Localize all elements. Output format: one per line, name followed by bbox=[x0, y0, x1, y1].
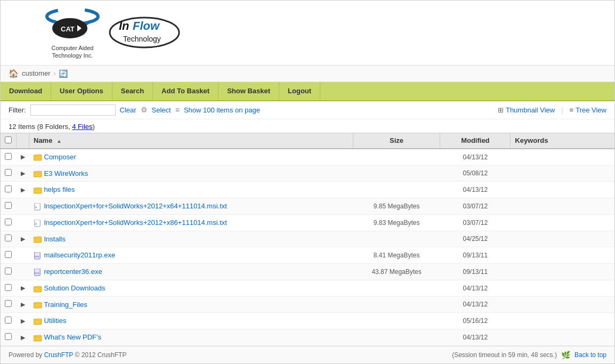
view-options: ⊞ Thumbnail View | ≡ Tree View bbox=[498, 106, 606, 114]
row-checkbox[interactable] bbox=[5, 185, 12, 192]
nav-download[interactable]: Download bbox=[1, 82, 51, 100]
breadcrumb: 🏠 customer › 🔄 bbox=[1, 66, 614, 82]
svg-rect-22 bbox=[34, 319, 42, 325]
table-row: ▶ Composer04/13/12 bbox=[1, 149, 614, 165]
expand-icon[interactable]: ▶ bbox=[21, 318, 25, 324]
folder-icon bbox=[34, 334, 42, 342]
folder-icon bbox=[34, 187, 42, 194]
nav-show-basket[interactable]: Show Basket bbox=[219, 82, 279, 100]
file-name-link[interactable]: InspectionXpert+for+SolidWorks+2012+x86+… bbox=[44, 219, 227, 227]
svg-text:Technology: Technology bbox=[123, 35, 161, 43]
expand-icon[interactable]: ▶ bbox=[21, 301, 25, 308]
row-checkbox[interactable] bbox=[5, 284, 12, 291]
table-row: ▶ What's New PDF's04/13/12 bbox=[1, 329, 614, 346]
folder-icon bbox=[34, 301, 42, 309]
tree-icon: ≡ bbox=[570, 106, 574, 114]
row-checkbox[interactable] bbox=[5, 234, 12, 241]
file-name-link[interactable]: helps files bbox=[44, 185, 75, 193]
file-name-link[interactable]: Training_Files bbox=[44, 301, 87, 309]
txt-file-icon: A bbox=[34, 220, 42, 227]
file-keywords bbox=[511, 313, 614, 329]
cat-logo: CAT Computer Aided Technology Inc. bbox=[43, 6, 102, 60]
row-checkbox[interactable] bbox=[5, 202, 12, 209]
col-keywords-header: Keywords bbox=[511, 133, 614, 149]
expand-icon[interactable]: ▶ bbox=[21, 334, 25, 341]
row-checkbox[interactable] bbox=[5, 300, 12, 307]
svg-text:A: A bbox=[35, 205, 37, 208]
folder-icon bbox=[34, 236, 42, 243]
col-modified-header[interactable]: Modified bbox=[440, 133, 511, 149]
file-size bbox=[353, 182, 440, 198]
table-row: ▶ Installs04/25/12 bbox=[1, 231, 614, 247]
file-keywords bbox=[511, 182, 614, 198]
breadcrumb-customer[interactable]: customer bbox=[22, 69, 50, 77]
nav-logout[interactable]: Logout bbox=[279, 82, 320, 100]
row-checkbox[interactable] bbox=[5, 169, 12, 176]
expand-icon[interactable]: ▶ bbox=[21, 285, 25, 291]
refresh-icon[interactable]: 🔄 bbox=[59, 69, 68, 78]
file-name-link[interactable]: Solution Downloads bbox=[44, 284, 106, 292]
show-items-link[interactable]: Show 100 items on page bbox=[184, 106, 260, 114]
file-modified: 03/07/12 bbox=[440, 198, 511, 215]
file-keywords bbox=[511, 165, 614, 182]
table-row: EXE reportcenter36.exe43.87 MegaBytes09/… bbox=[1, 264, 614, 280]
file-name-link[interactable]: Utilities bbox=[44, 317, 67, 325]
nav-search[interactable]: Search bbox=[112, 82, 153, 100]
expand-icon[interactable]: ▶ bbox=[21, 236, 25, 242]
svg-text:Flow: Flow bbox=[133, 19, 160, 33]
svg-rect-21 bbox=[34, 303, 42, 308]
file-modified: 04/13/12 bbox=[440, 329, 511, 346]
svg-rect-23 bbox=[34, 336, 42, 341]
file-size: 9.83 MegaBytes bbox=[353, 214, 440, 231]
clear-filter-button[interactable]: Clear bbox=[120, 106, 136, 114]
col-name-header[interactable]: Name ▲ bbox=[29, 133, 353, 149]
back-top-icon: 🌿 bbox=[561, 351, 570, 359]
table-row: ▶ Training_Files04/13/12 bbox=[1, 296, 614, 313]
expand-icon[interactable]: ▶ bbox=[21, 153, 25, 160]
folder-icon bbox=[34, 318, 42, 325]
thumbnail-icon: ⊞ bbox=[498, 106, 504, 114]
footer: Powered by CrushFTP © 2012 CrushFTP (Ses… bbox=[1, 346, 614, 363]
nav-user-options[interactable]: User Options bbox=[51, 82, 112, 100]
row-checkbox[interactable] bbox=[5, 219, 12, 225]
row-checkbox[interactable] bbox=[5, 153, 12, 160]
logo-area: CAT Computer Aided Technology Inc. In Fl… bbox=[43, 6, 604, 60]
file-name-link[interactable]: E3 WireWorks bbox=[44, 169, 88, 177]
file-modified: 04/13/12 bbox=[440, 280, 511, 296]
file-keywords bbox=[511, 264, 614, 280]
file-name-link[interactable]: Installs bbox=[44, 235, 66, 243]
header: CAT Computer Aided Technology Inc. In Fl… bbox=[1, 1, 614, 66]
folder-icon bbox=[34, 285, 42, 293]
file-size: 9.85 MegaBytes bbox=[353, 198, 440, 215]
file-name-link[interactable]: InspectionXpert+for+SolidWorks+2012+x64+… bbox=[44, 202, 227, 210]
file-keywords bbox=[511, 329, 614, 346]
select-all-checkbox[interactable] bbox=[5, 136, 12, 143]
breadcrumb-sep: › bbox=[53, 70, 55, 77]
file-name-link[interactable]: mailsecurity2011rp.exe bbox=[44, 251, 116, 259]
files-count-link[interactable]: 4 Files bbox=[72, 123, 92, 131]
expand-icon[interactable]: ▶ bbox=[21, 187, 25, 193]
back-to-top-link[interactable]: Back to top bbox=[574, 351, 606, 359]
thumbnail-view-button[interactable]: ⊞ Thumbnail View bbox=[498, 106, 555, 114]
toolbar: Filter: Clear ⚙ Select ≡ Show 100 items … bbox=[1, 101, 614, 119]
row-checkbox[interactable] bbox=[5, 333, 12, 340]
select-button[interactable]: Select bbox=[152, 106, 171, 114]
col-size-header[interactable]: Size bbox=[353, 133, 440, 149]
row-checkbox[interactable] bbox=[5, 251, 12, 258]
file-name-link[interactable]: What's New PDF's bbox=[44, 333, 102, 341]
tree-view-button[interactable]: ≡ Tree View bbox=[570, 106, 606, 114]
inflow-logo: In Flow Technology bbox=[107, 14, 182, 51]
items-count: 12 Items (8 Folders, 4 Files) bbox=[1, 119, 614, 133]
expand-icon[interactable]: ▶ bbox=[21, 170, 25, 176]
filter-input[interactable] bbox=[30, 104, 116, 116]
footer-left: Powered by CrushFTP © 2012 CrushFTP bbox=[9, 351, 126, 359]
table-row: ▶ Utilities05/16/12 bbox=[1, 313, 614, 329]
nav-add-to-basket[interactable]: Add To Basket bbox=[153, 82, 219, 100]
row-checkbox[interactable] bbox=[5, 317, 12, 323]
file-name-link[interactable]: Composer bbox=[44, 153, 76, 161]
svg-rect-20 bbox=[34, 287, 42, 292]
crushftp-link[interactable]: CrushFTP bbox=[44, 351, 73, 359]
row-checkbox[interactable] bbox=[5, 268, 12, 274]
file-name-link[interactable]: reportcenter36.exe bbox=[44, 268, 102, 276]
txt-file-icon: A bbox=[34, 203, 42, 211]
